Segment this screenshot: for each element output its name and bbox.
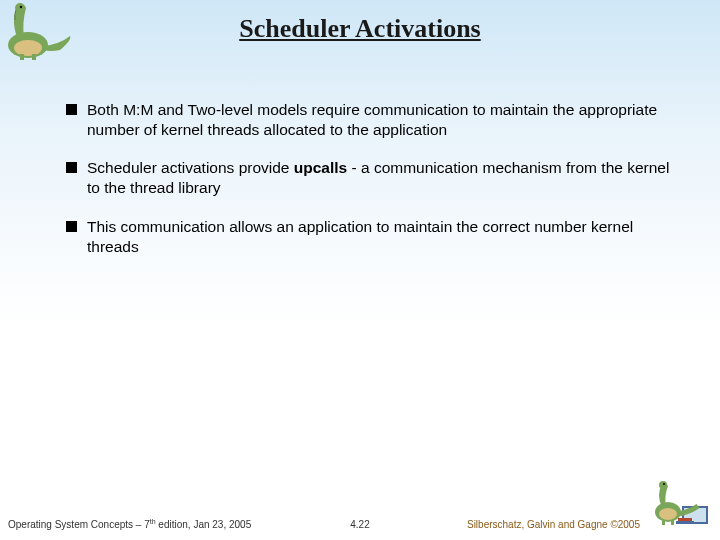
- footer-page-number: 4.22: [350, 519, 369, 530]
- svg-rect-5: [32, 54, 36, 60]
- svg-rect-4: [20, 54, 24, 60]
- bullet-item: Scheduler activations provide upcalls - …: [66, 158, 670, 198]
- slide: Scheduler Activations Both M:M and Two-l…: [0, 0, 720, 540]
- square-bullet-icon: [66, 162, 77, 173]
- footer-left-text: Operating System Concepts – 7th edition,…: [8, 518, 251, 530]
- bullet-text: Both M:M and Two-level models require co…: [87, 100, 670, 140]
- svg-point-3: [20, 6, 22, 8]
- svg-point-2: [15, 3, 25, 13]
- footer-copyright: Silberschatz, Galvin and Gagne ©2005: [467, 519, 640, 530]
- bullet-text: This communication allows an application…: [87, 217, 670, 257]
- content-area: Both M:M and Two-level models require co…: [66, 100, 670, 275]
- slide-title: Scheduler Activations: [0, 14, 720, 44]
- svg-point-13: [663, 483, 665, 485]
- footer: Operating System Concepts – 7th edition,…: [0, 510, 720, 530]
- square-bullet-icon: [66, 221, 77, 232]
- bullet-item: This communication allows an application…: [66, 217, 670, 257]
- bullet-text: Scheduler activations provide upcalls - …: [87, 158, 670, 198]
- svg-point-12: [659, 481, 667, 489]
- bullet-item: Both M:M and Two-level models require co…: [66, 100, 670, 140]
- square-bullet-icon: [66, 104, 77, 115]
